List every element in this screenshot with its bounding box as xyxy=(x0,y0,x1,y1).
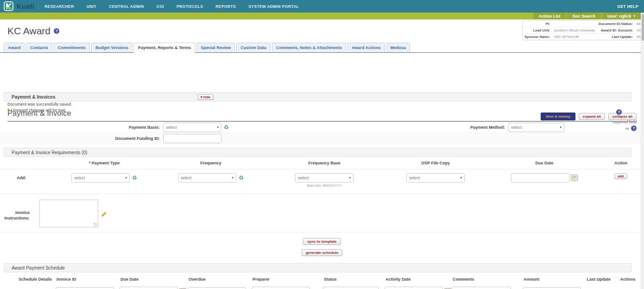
sponsor-name-value: TBD SPONSOR xyxy=(552,34,596,40)
panel-utility-icons: ∞ ? xyxy=(625,126,637,131)
preparer-header: Preparer xyxy=(252,277,323,282)
invoice-id-header: Invoice ID xyxy=(56,277,120,282)
page-help-icon[interactable]: ? xyxy=(54,28,59,34)
payment-basis-row: Payment Basis: select ▾ ♻ Payment Method… xyxy=(0,122,644,133)
hide-section-button[interactable]: ▾ hide xyxy=(197,94,214,100)
refresh-icon[interactable]: ♻ xyxy=(132,175,137,181)
comments-textarea[interactable] xyxy=(452,287,511,289)
actions-header: Actions xyxy=(612,277,644,282)
payment-method-selected-value: select xyxy=(511,125,522,130)
panel-help-icon[interactable]: ? xyxy=(631,126,637,131)
tab-award[interactable]: Award xyxy=(4,43,25,52)
payment-invoices-section-bar: Payment & Invoices ▾ hide xyxy=(4,92,631,101)
payment-invoice-help-icon[interactable]: ? xyxy=(616,109,622,115)
nav-item-central-admin[interactable]: CENTRAL ADMIN xyxy=(109,4,144,9)
doc-search-button[interactable]: Doc Search xyxy=(567,13,601,19)
dropdown-arrow-icon: ▾ xyxy=(217,126,219,129)
document-funding-id-input[interactable] xyxy=(163,134,221,143)
schedule-due-date-input[interactable] xyxy=(120,287,178,289)
osp-file-copy-select[interactable]: select ▾ xyxy=(406,173,465,182)
schedule-table-header: Schedule Details Invoice ID Due Date Ove… xyxy=(0,274,644,284)
document-funding-id-label: Document Funding ID: xyxy=(0,136,163,141)
invoice-id-input[interactable] xyxy=(56,287,114,289)
activity-date-header: Activity Date xyxy=(385,277,452,282)
last-update-label: Last Update: xyxy=(597,34,635,40)
vertical-scrollbar[interactable] xyxy=(641,13,644,289)
nav-item-unit[interactable]: UNIT xyxy=(87,4,96,9)
refresh-icon[interactable]: ♻ xyxy=(239,175,244,181)
osp-file-copy-header: OSP File Copy xyxy=(380,161,491,165)
nav-item-protocols[interactable]: PROTOCOLS xyxy=(177,4,203,9)
generate-schedule-button[interactable]: generate schedule xyxy=(302,249,342,256)
direct-link-icon[interactable]: ∞ xyxy=(625,126,629,131)
payment-invoice-heading: Payment & Invoice xyxy=(7,109,71,117)
frequency-select[interactable]: select ▾ xyxy=(178,173,236,182)
refresh-icon[interactable]: ♻ xyxy=(224,125,229,130)
kuali-brand[interactable]: Kuali xyxy=(4,1,34,11)
amount-input[interactable] xyxy=(523,287,581,289)
tab-medusa[interactable]: Medusa xyxy=(386,43,410,52)
calendar-icon[interactable] xyxy=(571,175,578,181)
schedule-add-label: Add: xyxy=(0,287,56,289)
requirements-section-title: Payment & Invoice Requirements (0) xyxy=(12,150,87,155)
tab-special-review[interactable]: Special Review xyxy=(196,43,235,52)
preparer-input[interactable] xyxy=(252,287,310,289)
dropdown-arrow-icon: ▾ xyxy=(460,176,462,180)
payment-method-select[interactable]: select ▾ xyxy=(508,123,564,132)
due-date-input[interactable] xyxy=(511,173,569,182)
nav-item-researcher[interactable]: RESEARCHER xyxy=(44,4,74,9)
frequency-header: Frequency xyxy=(153,161,269,165)
invoice-instructions-textarea[interactable] xyxy=(39,200,98,227)
payment-basis-select[interactable]: select ▾ xyxy=(163,123,221,132)
requirements-add-label: Add: xyxy=(0,173,56,180)
tab-contacts[interactable]: Contacts xyxy=(26,43,52,52)
overdue-input[interactable] xyxy=(188,287,246,289)
tab-commitments[interactable]: Commitments xyxy=(54,43,90,52)
edit-pencil-icon[interactable] xyxy=(101,211,107,217)
nav-item-coi[interactable]: COI xyxy=(157,4,164,9)
payment-method-label: Payment Method: xyxy=(470,125,508,130)
sponsor-name-label: Sponsor Name: xyxy=(523,34,552,40)
payment-basis-selected-value: select xyxy=(166,125,177,130)
payment-invoices-section-title: Payment & Invoices xyxy=(12,94,55,100)
scrollbar-thumb[interactable] xyxy=(642,14,644,41)
frequency-selected-value: select xyxy=(181,176,192,180)
document-header: PI: Document ID:Status: 6679:SAVED Lead … xyxy=(522,20,643,40)
base-date-hint: Base Date: MM/DD/YYYY xyxy=(307,184,341,187)
payment-schedule-section-title: Award Payment Schedule xyxy=(12,265,65,270)
requirements-section-bar: Payment & Invoice Requirements (0) xyxy=(4,148,631,157)
schedule-add-row: Add: select ▾ xyxy=(0,284,644,289)
nav-item-system-admin-portal[interactable]: SYSTEM ADMIN PORTAL xyxy=(248,4,299,9)
tab-comments-notes-attachments[interactable]: Comments, Notes & Attachments xyxy=(272,43,346,52)
brand-name: Kuali xyxy=(17,2,34,10)
status-select[interactable]: select ▾ xyxy=(323,287,379,289)
sync-to-template-button[interactable]: sync to template xyxy=(303,238,341,245)
tab-custom-data[interactable]: Custom Data xyxy=(236,43,271,52)
schedule-details-header: Schedule Details xyxy=(0,277,56,282)
tab-award-actions[interactable]: Award Actions xyxy=(347,43,385,52)
main-nav: RESEARCHER UNIT CENTRAL ADMIN COI PROTOC… xyxy=(44,4,299,9)
frequency-base-select[interactable]: select ▾ xyxy=(295,173,354,182)
frequency-base-header: Frequency Base xyxy=(269,161,380,165)
nav-item-reports[interactable]: REPORTS xyxy=(215,4,236,9)
tab-payment-reports-terms[interactable]: Payment, Reports & Terms xyxy=(134,43,195,53)
requirements-add-button[interactable]: add xyxy=(614,173,627,179)
tab-budget-versions[interactable]: Budget Versions xyxy=(91,43,133,52)
resize-handle[interactable] xyxy=(94,223,97,226)
activity-date-input[interactable] xyxy=(385,287,443,289)
osp-file-copy-selected-value: select xyxy=(409,176,420,180)
get-help-link[interactable]: GET HELP xyxy=(617,4,638,9)
due-date-header: Due Date xyxy=(120,277,188,282)
dropdown-arrow-icon: ▾ xyxy=(126,176,127,180)
action-list-button[interactable]: Action List xyxy=(533,13,566,19)
user-menu[interactable]: User: nglick ▾ xyxy=(602,13,641,19)
frequency-base-selected-value: select xyxy=(298,176,309,180)
lead-unit-label: Lead Unit: xyxy=(523,27,552,34)
requirements-add-row: Add: select ▾ ♻ select ▾ ♻ select ▾ Base… xyxy=(0,170,644,194)
requirements-table-header: * Payment Type Frequency Frequency Base … xyxy=(0,157,644,170)
page-title: KC Award xyxy=(7,25,51,37)
payment-type-header: * Payment Type xyxy=(56,161,153,165)
hide-arrow-icon: ▾ xyxy=(201,95,202,99)
payment-type-select[interactable]: select ▾ xyxy=(71,173,130,182)
schedule-action-buttons: sync to template generate schedule xyxy=(0,232,644,263)
